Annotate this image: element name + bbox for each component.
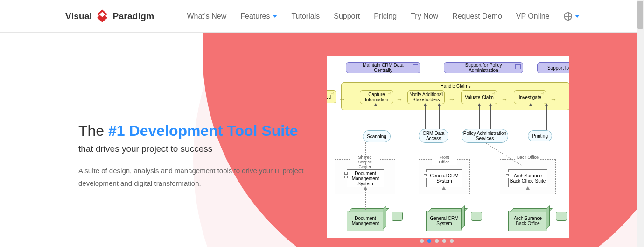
diagram-component-3: ArchiSurance Back Office Suite bbox=[508, 169, 547, 187]
nav-label: Tutorials bbox=[291, 12, 320, 21]
brand-word-1: Visual bbox=[65, 11, 92, 21]
diagram-package-label: Shared Service Center bbox=[350, 155, 380, 169]
diagram-node-3: ArchiSurance Back Office bbox=[508, 211, 547, 231]
diagram-step-1: Capture Information bbox=[360, 90, 393, 104]
connector-dashed bbox=[528, 141, 528, 169]
nav-label: Support bbox=[334, 12, 360, 21]
monitor-icon bbox=[556, 212, 567, 221]
globe-icon bbox=[564, 12, 572, 21]
nav-label: Try Now bbox=[411, 12, 438, 21]
nav-features[interactable]: Features bbox=[240, 12, 277, 21]
diagram-received: ved bbox=[327, 90, 336, 103]
diagram-service-4: Printing bbox=[528, 130, 552, 141]
nav-label: Request Demo bbox=[452, 12, 502, 21]
logo-icon bbox=[95, 9, 110, 24]
chevron-down-icon bbox=[575, 15, 580, 18]
arrow-up-icon bbox=[526, 186, 530, 190]
arrow-up-icon bbox=[437, 103, 441, 106]
nav-label: Features bbox=[240, 12, 270, 21]
chevron-down-icon bbox=[273, 15, 277, 18]
nav-tutorials[interactable]: Tutorials bbox=[291, 12, 320, 21]
diagram-illustration: Maintain CRM Data Centrally Support for … bbox=[327, 56, 569, 238]
brand-word-2: Paradigm bbox=[112, 11, 154, 21]
hero-title-prefix: The bbox=[78, 122, 108, 139]
diagram-container-label: Handle Claims bbox=[440, 84, 470, 89]
nav-request-demo[interactable]: Request Demo bbox=[452, 12, 502, 21]
diagram-step-4: Investigate bbox=[514, 90, 546, 104]
connector-dashed bbox=[387, 220, 424, 220]
nav-pricing[interactable]: Pricing bbox=[374, 12, 397, 21]
hero-title-highlight: #1 Development Tool Suite bbox=[108, 122, 298, 139]
diagram-component-1: Document Management System bbox=[347, 169, 384, 187]
brand-logo[interactable]: Visual Paradigm bbox=[65, 9, 154, 24]
diagram-process-3: Support fo bbox=[537, 62, 569, 73]
header: Visual Paradigm What's New Features Tuto… bbox=[0, 0, 637, 33]
connector-dashed bbox=[550, 220, 569, 220]
arrow-up-icon bbox=[374, 103, 378, 106]
nav-language[interactable] bbox=[564, 12, 580, 21]
arrow-up-icon bbox=[529, 103, 532, 106]
connector-dashed bbox=[528, 187, 528, 210]
diagram-process-2: Support for Policy Administration bbox=[444, 62, 523, 73]
arrow-up-icon bbox=[364, 186, 367, 190]
diagram-package-label: Front Office bbox=[432, 155, 457, 165]
arrow-up-icon bbox=[442, 186, 446, 190]
scrollbar-thumb[interactable] bbox=[637, 1, 643, 29]
connector-dashed bbox=[365, 187, 366, 210]
diagram-component-2: General CRM System bbox=[426, 169, 462, 187]
nav-support[interactable]: Support bbox=[334, 12, 360, 21]
connector bbox=[439, 104, 440, 129]
arrow-icon: → bbox=[396, 96, 403, 103]
diagram-service-2: CRM Data Access bbox=[419, 129, 448, 143]
diagram-node-1: Document Management bbox=[347, 211, 384, 231]
hero: The #1 Development Tool Suite that drive… bbox=[0, 33, 637, 247]
connector-dashed bbox=[444, 143, 444, 169]
diagram-node-2: General CRM System bbox=[426, 211, 462, 231]
arrow-up-icon bbox=[477, 103, 481, 106]
hero-title: The #1 Development Tool Suite bbox=[78, 121, 321, 140]
monitor-icon bbox=[471, 212, 482, 221]
arrow-icon: → bbox=[550, 96, 557, 103]
arrow-up-icon bbox=[423, 103, 427, 106]
arrow-up-icon bbox=[545, 103, 548, 106]
connector bbox=[546, 104, 547, 130]
arrow-icon: → bbox=[501, 96, 508, 103]
connector bbox=[479, 104, 480, 129]
arrow-icon: → bbox=[448, 96, 455, 103]
connector bbox=[425, 104, 426, 129]
nav-label: VP Online bbox=[516, 12, 550, 21]
carousel-dot-3[interactable] bbox=[442, 239, 446, 243]
connector bbox=[376, 104, 376, 130]
hero-text: The #1 Development Tool Suite that drive… bbox=[78, 121, 321, 190]
arrow-up-icon bbox=[489, 103, 492, 106]
connector-dashed bbox=[365, 142, 366, 169]
main-nav: What's New Features Tutorials Support Pr… bbox=[187, 12, 579, 21]
nav-label: Pricing bbox=[374, 12, 397, 21]
nav-vp-online[interactable]: VP Online bbox=[516, 12, 550, 21]
nav-try-now[interactable]: Try Now bbox=[411, 12, 438, 21]
diagram-step-2: Notify Additional Stakeholders bbox=[407, 90, 445, 104]
connector-dashed bbox=[444, 187, 444, 210]
carousel-dot-1[interactable] bbox=[427, 239, 431, 243]
nav-label: What's New bbox=[187, 12, 226, 21]
diagram-process-1: Maintain CRM Data Centrally bbox=[346, 62, 420, 73]
diagram-step-3: Valuate Claim bbox=[461, 90, 497, 104]
carousel-dot-4[interactable] bbox=[450, 239, 454, 243]
carousel-dots bbox=[420, 239, 454, 243]
hero-subtitle: that drives your project to success bbox=[78, 144, 321, 154]
scrollbar-track[interactable] bbox=[637, 0, 644, 247]
diagram-service-3: Policy Administration Services bbox=[462, 129, 508, 143]
connector-dashed bbox=[465, 220, 506, 220]
carousel-dot-0[interactable] bbox=[420, 239, 424, 243]
connector bbox=[490, 104, 491, 129]
monitor-icon bbox=[392, 212, 403, 221]
hero-blurb: A suite of design, analysis and manageme… bbox=[78, 164, 321, 190]
connector bbox=[531, 104, 531, 130]
nav-whats-new[interactable]: What's New bbox=[187, 12, 226, 21]
diagram-service-1: Scanning bbox=[363, 130, 391, 142]
carousel-dot-2[interactable] bbox=[435, 239, 439, 243]
arrow-icon: → bbox=[339, 96, 345, 103]
